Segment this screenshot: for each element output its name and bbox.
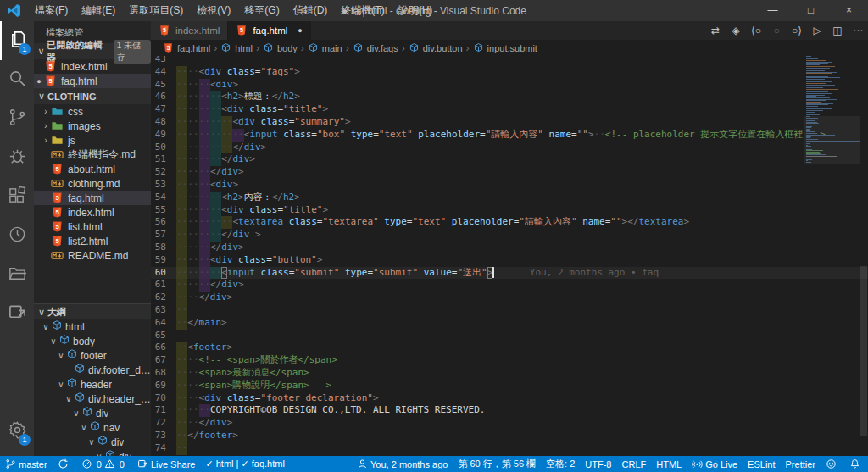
- activity-code-time[interactable]: [0, 216, 34, 255]
- code-line-52[interactable]: 52······</div>: [151, 166, 868, 179]
- status-indentation[interactable]: 空格: 2: [541, 456, 580, 472]
- file-item[interactable]: 5list.html: [34, 219, 151, 234]
- breadcrumb-item-faq.html[interactable]: 5faq.html: [163, 42, 210, 54]
- outline-header[interactable]: ∨ 大綱: [34, 303, 151, 319]
- outline-item[interactable]: ∨div: [34, 435, 151, 449]
- code-line-46[interactable]: 46········<h2>標題：</h2>: [151, 91, 868, 103]
- outline-item[interactable]: ∨html: [34, 319, 151, 334]
- breadcrumb-item-div.faqs[interactable]: div.faqs: [353, 42, 398, 54]
- split-editor-icon[interactable]: ◫: [827, 25, 848, 36]
- menu-item-3[interactable]: 選取項目(S): [122, 0, 190, 21]
- file-item[interactable]: 終端機指令.md: [34, 147, 151, 162]
- status-problems[interactable]: 00: [76, 456, 132, 472]
- code-line-67[interactable]: 67····<!-- <span>關於作者</span>: [151, 354, 868, 367]
- activity-settings-gear[interactable]: 1: [0, 412, 34, 451]
- tab-faq.html[interactable]: 5faq.html●: [228, 21, 310, 40]
- outline-item[interactable]: ∨div: [34, 449, 151, 456]
- status-language-mode[interactable]: HTML: [651, 456, 687, 472]
- breadcrumb-item-html[interactable]: html: [220, 42, 253, 54]
- code-line-49[interactable]: 49············<input class="box" type="t…: [151, 129, 868, 142]
- status-notifications[interactable]: [844, 456, 868, 472]
- status-validators[interactable]: ✓ html | ✓ faq.html: [200, 456, 289, 472]
- code-line-68[interactable]: 68····<span>最新消息</span>: [151, 367, 868, 380]
- file-item[interactable]: 5list2.html: [34, 234, 151, 248]
- status-go-live[interactable]: Go Live: [687, 456, 743, 472]
- code-line-74[interactable]: 74··: [151, 442, 868, 455]
- code-line-61[interactable]: 61······</div>: [151, 279, 868, 292]
- menu-item-2[interactable]: 編輯(E): [75, 0, 122, 21]
- tab-index.html[interactable]: 5index.html: [151, 21, 228, 40]
- code-line-70[interactable]: 70····<div class="footer_declaration">: [151, 392, 868, 405]
- code-line-58[interactable]: 58······</div>: [151, 242, 868, 254]
- status-branch[interactable]: master: [0, 456, 53, 472]
- code-line-55[interactable]: 55········<div class="title">: [151, 204, 868, 217]
- file-item[interactable]: README.md: [34, 248, 151, 263]
- open-editors-header[interactable]: ∨ 已開啟的編輯器 1 未儲存: [34, 43, 151, 59]
- activity-extensions[interactable]: [0, 177, 34, 216]
- file-item[interactable]: 5about.html: [34, 162, 151, 176]
- code-line-65[interactable]: 65: [151, 330, 868, 342]
- status-eslint[interactable]: ESLint: [743, 456, 780, 472]
- activity-project-manager[interactable]: [0, 255, 34, 294]
- code-line-62[interactable]: 62····</div>: [151, 292, 868, 304]
- activity-source-control[interactable]: [0, 99, 34, 138]
- code-line-66[interactable]: 66··<footer>: [151, 342, 868, 354]
- outline-item[interactable]: ∨body: [34, 334, 151, 348]
- status-blame[interactable]: You, 2 months ago: [352, 456, 453, 472]
- code-line-47[interactable]: 47········<div class="title">: [151, 103, 868, 116]
- code-line-69[interactable]: 69····<span>購物說明</span> -->: [151, 380, 868, 392]
- maximize-button[interactable]: □: [792, 0, 830, 21]
- activity-explorer[interactable]: 1: [0, 21, 34, 60]
- close-button[interactable]: ×: [830, 0, 868, 21]
- menu-item-7[interactable]: 終端機(T): [334, 0, 391, 21]
- file-item[interactable]: 5index.html: [34, 205, 151, 219]
- minimap[interactable]: [804, 56, 860, 456]
- status-eol[interactable]: CRLF: [617, 456, 652, 472]
- file-item[interactable]: ›js: [34, 133, 151, 147]
- next-change-icon[interactable]: ○⟩: [787, 25, 807, 36]
- folder-section-header[interactable]: ∨ CLOTHING: [34, 88, 151, 104]
- editor-scrollbar[interactable]: [860, 56, 868, 456]
- outline-item[interactable]: div.footer_declar...: [34, 363, 151, 377]
- activity-debug[interactable]: [0, 138, 34, 177]
- outline-item[interactable]: ∨header: [34, 377, 151, 391]
- code-line-57[interactable]: 57········</div >: [151, 229, 868, 242]
- code-line-63[interactable]: 63··: [151, 304, 868, 317]
- code-line-56[interactable]: 56··········<textarea class="textarea" t…: [151, 216, 868, 229]
- code-line-72[interactable]: 72····</div>: [151, 417, 868, 430]
- code-line-64[interactable]: 64··</main>: [151, 317, 868, 330]
- code-line-60[interactable]: 60········<input class="submit" type="su…: [151, 267, 868, 280]
- breadcrumb[interactable]: 5faq.html›html›body›main›div.faqs›div.bu…: [151, 40, 868, 56]
- code-line-45[interactable]: 45······<div>: [151, 79, 868, 92]
- file-item[interactable]: clothing.md: [34, 176, 151, 191]
- code-line-54[interactable]: 54········<h2>內容：</h2>: [151, 192, 868, 204]
- compare-changes-icon[interactable]: ⇄: [705, 25, 726, 36]
- breadcrumb-item-main[interactable]: main: [308, 42, 342, 54]
- status-live-share[interactable]: Live Share: [132, 456, 201, 472]
- menu-item-1[interactable]: 檔案(F): [28, 0, 75, 21]
- format-document-icon[interactable]: ◈: [726, 25, 746, 36]
- outline-item[interactable]: ∨nav: [34, 420, 151, 435]
- activity-live-share[interactable]: [0, 294, 34, 333]
- code-line-50[interactable]: 50··········</div>: [151, 142, 868, 154]
- previous-change-icon[interactable]: ⟨○: [746, 25, 766, 36]
- menu-item-6[interactable]: 偵錯(D): [287, 0, 335, 21]
- activity-search[interactable]: [0, 60, 34, 99]
- outline-item[interactable]: ∨div: [34, 406, 151, 420]
- current-change-icon[interactable]: ○: [766, 25, 787, 36]
- file-item[interactable]: 5faq.html: [34, 191, 151, 205]
- code-line-53[interactable]: 53······<div>: [151, 179, 868, 192]
- code-line-43[interactable]: 43: [151, 56, 868, 66]
- outline-item[interactable]: ∨footer: [34, 348, 151, 363]
- breadcrumb-item-body[interactable]: body: [263, 42, 298, 54]
- code-line-48[interactable]: 48··········<div class="summary">: [151, 116, 868, 129]
- code-line-44[interactable]: 44····<div class="faqs">: [151, 66, 868, 79]
- status-sync[interactable]: [53, 456, 76, 472]
- code-line-73[interactable]: 73··</footer>: [151, 430, 868, 442]
- menu-item-8[interactable]: 說明(H): [392, 0, 440, 21]
- outline-item[interactable]: ∨div.header_content: [34, 391, 151, 406]
- breadcrumb-item-input.submit[interactable]: input.submit: [473, 42, 537, 54]
- breadcrumb-item-div.button[interactable]: div.button: [409, 42, 463, 54]
- code-editor[interactable]: 4344····<div class="faqs">45······<div>4…: [151, 56, 868, 456]
- status-prettier[interactable]: Prettier: [781, 456, 821, 472]
